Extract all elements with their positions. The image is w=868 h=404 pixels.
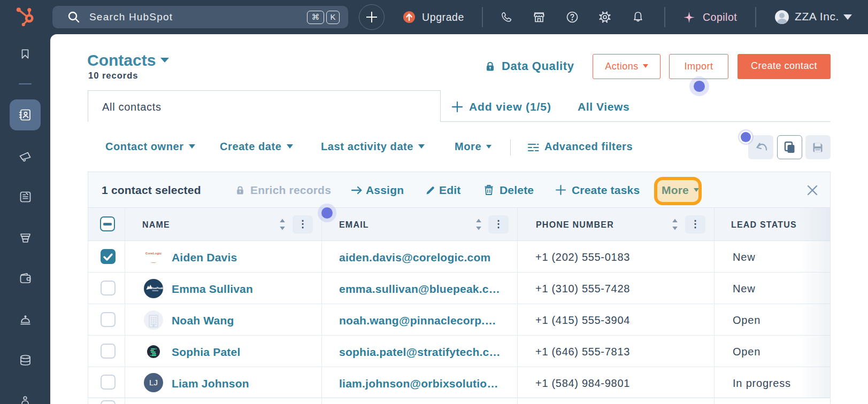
svg-text:BluePeak: BluePeak bbox=[150, 286, 163, 290]
